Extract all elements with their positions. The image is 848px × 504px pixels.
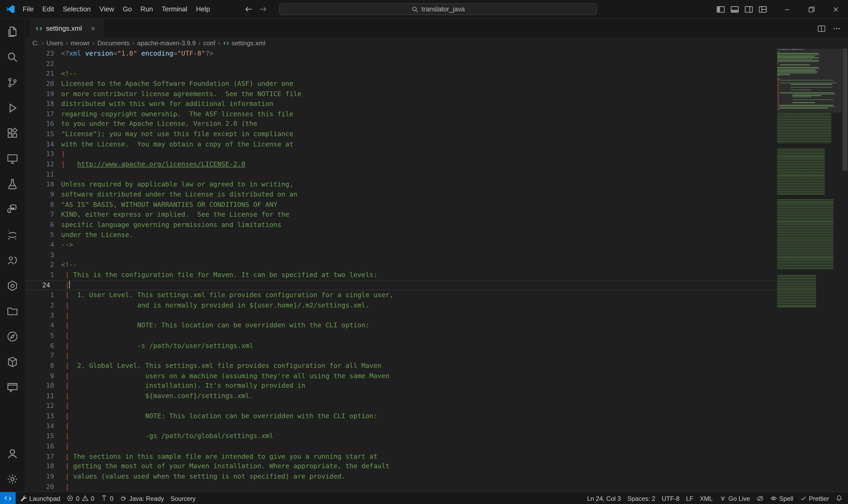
menubar: FileEditSelectionViewGoRunTerminalHelp — [18, 0, 214, 18]
customize-layout-icon[interactable] — [758, 4, 767, 14]
line-number: 19 — [25, 471, 61, 482]
tab-settings-xml[interactable]: settings.xml — [30, 19, 103, 38]
toggle-secondary-sidebar-icon[interactable] — [744, 4, 754, 14]
status-prettier[interactable]: Prettier — [796, 492, 832, 504]
activity-settings-gear-icon[interactable] — [0, 466, 25, 491]
activity-kubernetes-icon[interactable] — [0, 273, 25, 298]
breadcrumb-item[interactable]: Users — [46, 39, 63, 47]
breadcrumb-item[interactable]: Documents — [97, 39, 129, 47]
activity-jupyter-icon[interactable] — [0, 222, 25, 247]
code-line: 13 | NOTE: This location can be overridd… — [25, 411, 777, 421]
toggle-primary-sidebar-icon[interactable] — [716, 4, 725, 14]
command-center-search[interactable]: translator_java — [279, 3, 597, 15]
line-number: 8 — [25, 200, 61, 210]
line-number: 8 — [25, 361, 61, 371]
status-bar-right: Ln 24, Col 3Spaces: 2UTF-8LFXMLGo LiveSp… — [584, 492, 848, 504]
menu-go[interactable]: Go — [119, 0, 136, 18]
back-icon[interactable] — [244, 4, 254, 14]
activity-java-packages-icon[interactable] — [0, 349, 25, 375]
code-lines: 23<?xml version="1.0" encoding="UTF-8"?>… — [25, 49, 777, 492]
status-problems[interactable]: 00 — [63, 492, 97, 504]
status-ports[interactable]: 0 — [98, 492, 117, 504]
scrollbar[interactable] — [842, 49, 848, 492]
status-indentation[interactable]: Spaces: 2 — [624, 492, 659, 504]
chevron-right-icon: › — [41, 39, 44, 47]
forward-icon[interactable] — [258, 4, 268, 14]
status-bar: Launchpad000Java: ReadySourcery Ln 24, C… — [0, 491, 848, 504]
status-encoding[interactable]: UTF-8 — [658, 492, 683, 504]
maximize-restore-button[interactable] — [799, 0, 824, 18]
menu-help[interactable]: Help — [192, 0, 214, 18]
code-line: 17 | The sections in this sample file ar… — [25, 451, 777, 461]
line-number: 18 — [25, 461, 61, 471]
code-line: 16to you under the Apache License, Versi… — [25, 119, 777, 129]
status-cloud-off[interactable] — [754, 492, 767, 504]
line-number: 11 — [25, 391, 61, 401]
menu-run[interactable]: Run — [136, 0, 157, 18]
breadcrumb-item[interactable]: meowr — [70, 39, 90, 47]
activity-project-manager-icon[interactable] — [0, 298, 25, 324]
line-number: 1 — [25, 290, 61, 300]
status-spell-checker[interactable]: Spell — [767, 492, 797, 504]
minimap-slider[interactable] — [777, 49, 842, 112]
menu-view[interactable]: View — [95, 0, 119, 18]
code-line: 5 | — [25, 330, 777, 341]
breadcrumb: C:›Users›meowr›Documents›apache-maven-3.… — [25, 38, 848, 49]
status-end-of-line[interactable]: LF — [683, 492, 697, 504]
activity-search-icon[interactable] — [0, 44, 25, 70]
activity-python-icon[interactable] — [0, 197, 25, 222]
minimize-button[interactable] — [775, 0, 799, 18]
breadcrumb-item[interactable]: apache-maven-3.9.9 — [137, 39, 196, 47]
activity-run-and-debug-icon[interactable] — [0, 95, 25, 121]
line-number: 13 — [25, 411, 61, 421]
split-editor-icon[interactable] — [817, 24, 826, 33]
menu-terminal[interactable]: Terminal — [157, 0, 192, 18]
line-number: 4 — [25, 240, 61, 250]
status-remote-indicator[interactable] — [0, 492, 16, 504]
code-line: 12 | — [25, 401, 777, 411]
status-notifications[interactable] — [832, 492, 848, 504]
antenna-icon — [101, 494, 108, 502]
activity-extensions-icon[interactable] — [0, 121, 25, 146]
activity-source-control-icon[interactable] — [0, 70, 25, 95]
breadcrumb-item[interactable]: conf — [203, 39, 215, 47]
activity-remote-explorer-icon[interactable] — [0, 146, 25, 172]
code-line: 20 | — [25, 482, 777, 491]
menu-edit[interactable]: Edit — [38, 0, 58, 18]
minimap-overflow-content — [777, 113, 842, 307]
close-button[interactable] — [824, 0, 848, 18]
breadcrumb-item[interactable]: settings.xml — [223, 39, 265, 47]
toggle-panel-icon[interactable] — [730, 4, 739, 14]
line-number: 20 — [25, 482, 61, 491]
tab-close-icon[interactable] — [88, 24, 97, 33]
activity-explorer-icon[interactable] — [0, 19, 25, 44]
status-java-status[interactable]: Java: Ready — [117, 492, 167, 504]
activity-live-share-icon[interactable] — [0, 247, 25, 273]
line-number: 2 — [25, 300, 61, 310]
menu-file[interactable]: File — [18, 0, 38, 18]
status-launchpad[interactable]: Launchpad — [17, 492, 63, 504]
code-line: 2<!-- — [25, 260, 777, 270]
code-line: 3 — [25, 250, 777, 260]
status-language-mode[interactable]: XML — [697, 492, 716, 504]
coffee-icon — [120, 494, 127, 502]
status-sourcery[interactable]: Sourcery — [167, 492, 199, 504]
chevron-right-icon: › — [65, 39, 68, 47]
code-line: 3 | — [25, 310, 777, 321]
line-number: 14 — [25, 421, 61, 431]
activity-live-preview-icon[interactable] — [0, 374, 25, 400]
activity-gitlens-icon[interactable] — [0, 324, 25, 349]
broadcast-icon — [719, 494, 726, 502]
status-cursor-position[interactable]: Ln 24, Col 3 — [584, 492, 624, 504]
minimap[interactable] — [777, 49, 842, 492]
line-number: 20 — [25, 79, 61, 89]
menu-selection[interactable]: Selection — [58, 0, 95, 18]
status-go-live[interactable]: Go Live — [716, 492, 754, 504]
activity-accounts-icon[interactable] — [0, 441, 25, 466]
code-line: 2 | and is normally provided in ${user.h… — [25, 300, 777, 310]
breadcrumb-item[interactable]: C: — [32, 39, 39, 47]
scrollbar-slider[interactable] — [843, 49, 847, 171]
more-actions-icon[interactable] — [832, 24, 841, 33]
code-editor[interactable]: 23<?xml version="1.0" encoding="UTF-8"?>… — [25, 49, 848, 492]
activity-testing-icon[interactable] — [0, 172, 25, 197]
